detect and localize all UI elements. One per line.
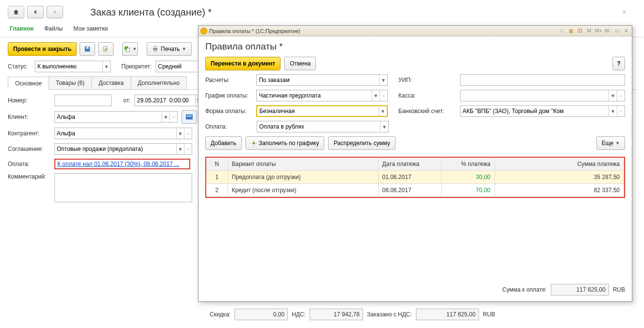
m-minus-icon[interactable]: M-: [604, 27, 611, 35]
priority-value[interactable]: [156, 61, 204, 72]
date-input[interactable]: [134, 95, 203, 106]
minimize-icon[interactable]: ▭: [613, 27, 621, 35]
forward-button: [47, 6, 63, 18]
open-icon[interactable]: ▫: [617, 106, 625, 116]
calc-select[interactable]: ▼: [256, 74, 387, 86]
uip-label: УИП:: [398, 77, 456, 83]
kassa-select[interactable]: ▼▫: [460, 90, 625, 101]
ordered-value: 117 625,00: [416, 309, 479, 320]
save-button[interactable]: [80, 42, 95, 56]
col-pct[interactable]: % платежа: [441, 158, 495, 171]
dialog-heading: Правила оплаты *: [205, 41, 625, 52]
cancel-button[interactable]: Отмена: [284, 57, 316, 70]
section-files[interactable]: Файлы: [44, 25, 63, 35]
arrow-right-icon: [52, 9, 58, 15]
number-input[interactable]: [54, 95, 112, 106]
print-label: Печать: [161, 46, 180, 52]
total-currency: RUB: [613, 286, 625, 293]
chevron-down-icon[interactable]: ▼: [162, 112, 169, 122]
section-main[interactable]: Главное: [10, 25, 33, 35]
post-button[interactable]: [98, 42, 114, 56]
gear-icon: [251, 140, 257, 146]
client-card-button[interactable]: [182, 110, 197, 124]
col-variant[interactable]: Вариант оплаты: [228, 158, 378, 171]
based-on-icon: [124, 46, 131, 52]
payform-label: Форма оплаты:: [205, 108, 252, 115]
tab-delivery[interactable]: Доставка: [91, 76, 131, 89]
open-icon[interactable]: ▫: [169, 112, 177, 122]
nds-label: НДС:: [292, 311, 306, 318]
table-row[interactable]: 1 Предоплата (до отгрузки) 01.06.2017 30…: [206, 171, 624, 184]
date-label: от:: [123, 97, 131, 104]
payment-link[interactable]: К оплате нал 01.06.2017 (30%), 08.06.201…: [57, 161, 179, 167]
more-button[interactable]: Еще ▼: [596, 136, 625, 150]
client-label: Клиент:: [8, 114, 50, 120]
chevron-down-icon[interactable]: ▼: [379, 106, 387, 116]
home-icon: [13, 9, 19, 16]
comment-label: Комментарий:: [8, 173, 50, 180]
print-button[interactable]: Печать ▼: [147, 42, 191, 56]
home-button[interactable]: [8, 6, 24, 18]
save-icon: [84, 46, 91, 52]
schedule-select[interactable]: ▼▫: [256, 90, 387, 101]
payform-select[interactable]: ▼: [256, 105, 387, 117]
chevron-down-icon[interactable]: ▼: [380, 121, 388, 132]
open-icon[interactable]: ▫: [617, 90, 625, 101]
counterparty-input[interactable]: ▼ ▫: [54, 128, 192, 139]
page-title: Заказ клиента (создание) *: [90, 7, 212, 18]
status-value[interactable]: [35, 61, 102, 72]
agreement-input[interactable]: ▼ ▫: [54, 143, 192, 155]
close-icon[interactable]: ✕: [622, 27, 630, 35]
status-select[interactable]: ▼: [35, 61, 111, 72]
comment-input[interactable]: [54, 173, 192, 202]
col-sum[interactable]: Сумма платежа: [495, 158, 624, 171]
status-label: Статус:: [8, 63, 31, 70]
help-button[interactable]: ?: [612, 57, 625, 70]
bank-select[interactable]: ▼▫: [460, 105, 625, 117]
chevron-down-icon[interactable]: ▼: [176, 128, 184, 139]
based-on-button[interactable]: ▼: [122, 42, 138, 56]
calendar-icon[interactable]: 31: [576, 27, 584, 35]
col-n[interactable]: N: [206, 158, 228, 171]
open-icon[interactable]: ▫: [380, 90, 387, 101]
tab-additional[interactable]: Дополнительно: [131, 76, 187, 89]
table-row[interactable]: 2 Кредит (после отгрузки) 08.06.2017 70,…: [206, 184, 624, 197]
agreement-label: Соглашение:: [8, 146, 50, 152]
total-label: Сумма к оплате:: [502, 286, 547, 293]
payment-rules-dialog: Правила оплаты * (1С:Предприятие) ☆ ▦ 31…: [198, 25, 632, 302]
chevron-down-icon[interactable]: ▼: [609, 90, 616, 101]
printer-icon: [152, 46, 159, 52]
add-button[interactable]: Добавить: [205, 136, 242, 150]
svg-rect-2: [126, 48, 130, 51]
uip-input[interactable]: [460, 74, 625, 86]
svg-rect-9: [187, 115, 192, 116]
m-plus-icon[interactable]: M+: [594, 27, 602, 35]
client-input[interactable]: ▼ ▫: [54, 111, 178, 123]
distribute-button[interactable]: Распределить сумму: [328, 136, 395, 150]
discount-value: 0,00: [234, 309, 288, 320]
open-icon[interactable]: ▫: [184, 144, 192, 154]
col-date[interactable]: Дата платежа: [378, 158, 441, 171]
back-button[interactable]: [27, 6, 44, 18]
table-header-row: N Вариант оплаты Дата платежа % платежа …: [206, 158, 624, 171]
priority-select[interactable]: [156, 61, 204, 72]
more-label: Еще: [602, 140, 613, 147]
chevron-down-icon[interactable]: ▼: [372, 90, 380, 101]
close-icon[interactable]: ×: [622, 8, 636, 16]
post-and-close-button[interactable]: Провести и закрыть: [8, 42, 77, 56]
chevron-down-icon[interactable]: ▼: [102, 61, 110, 72]
app-logo-icon: [200, 28, 207, 34]
tab-main[interactable]: Основное: [8, 77, 49, 90]
favorite-icon[interactable]: ☆: [558, 27, 565, 35]
fill-schedule-button[interactable]: Заполнить по графику: [246, 136, 324, 150]
open-icon[interactable]: ▫: [184, 128, 192, 139]
chevron-down-icon[interactable]: ▼: [176, 144, 184, 154]
tab-goods[interactable]: Товары (6): [49, 76, 92, 89]
chevron-down-icon[interactable]: ▼: [609, 106, 616, 116]
m-icon[interactable]: M: [585, 27, 593, 35]
payment2-select[interactable]: ▼: [257, 121, 389, 132]
chevron-down-icon[interactable]: ▼: [379, 75, 387, 85]
calc-icon[interactable]: ▦: [567, 27, 575, 35]
transfer-button[interactable]: Перенести в документ: [205, 57, 281, 70]
section-notes[interactable]: Мои заметки: [73, 25, 108, 35]
